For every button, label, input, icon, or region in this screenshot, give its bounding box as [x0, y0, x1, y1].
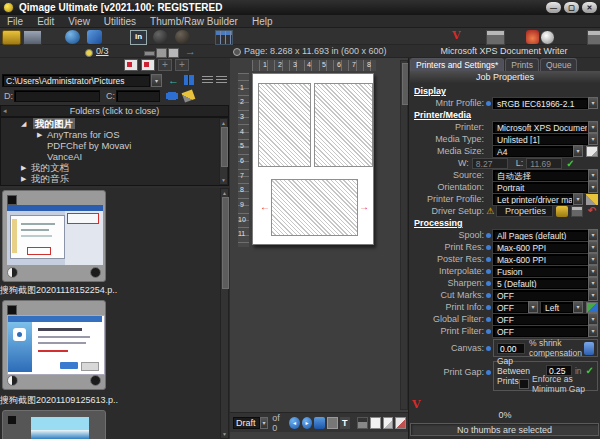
minimize-button[interactable]: —	[546, 2, 561, 13]
collapsed-arrow-icon[interactable]: ▶	[21, 173, 26, 184]
maximize-button[interactable]: ▢	[564, 2, 579, 13]
thumbnail-grid-icon[interactable]	[215, 30, 233, 45]
scroll-down-icon[interactable]: ▼	[221, 431, 228, 437]
filter-dot-icon[interactable]	[85, 49, 93, 57]
tab-queue[interactable]: Queue	[540, 58, 578, 72]
printer-select[interactable]: Microsoft XPS Document Writer	[493, 122, 588, 133]
dropdown-button[interactable]: ▾	[588, 277, 598, 289]
thumb-checkbox[interactable]	[7, 305, 17, 315]
thumb-select-button[interactable]	[90, 267, 101, 278]
print-box-3[interactable]	[271, 179, 358, 236]
media-type-select[interactable]: Unlisted [1]	[493, 134, 588, 145]
thumb-checkbox[interactable]	[7, 195, 17, 205]
share-icon[interactable]	[87, 30, 102, 44]
delete-page-button[interactable]	[395, 417, 406, 429]
canvas-icon[interactable]	[584, 342, 594, 355]
dropdown-button[interactable]: ▾	[573, 301, 583, 313]
scroll-down-icon[interactable]: ▼	[220, 177, 227, 183]
linkedin-icon[interactable]: in	[130, 30, 147, 45]
media-size-select[interactable]: A4	[493, 146, 573, 157]
profile-wrench-icon[interactable]	[586, 194, 598, 205]
expanded-arrow-icon[interactable]: ◢	[21, 118, 26, 129]
prev-page-button[interactable]: ◂	[289, 417, 300, 429]
tab-printers-and-settings[interactable]: Printers and Settings*	[410, 58, 504, 72]
add-1-button[interactable]: +	[158, 59, 172, 71]
dropdown-button[interactable]: ▾	[588, 181, 598, 193]
thumb-rotate-button[interactable]	[7, 375, 18, 386]
info-dot-icon[interactable]	[486, 101, 491, 106]
print-info-position-select[interactable]: Left	[541, 302, 573, 313]
page-list-button[interactable]	[314, 417, 325, 429]
dropdown-button[interactable]: ▾	[588, 265, 598, 277]
thumb-size-large-icon[interactable]	[168, 48, 179, 58]
folders-header[interactable]: ◂ Folders (click to close)	[0, 105, 229, 117]
save-monitor-icon[interactable]	[23, 30, 42, 45]
tree-item-music[interactable]: ▶ 我的音乐	[1, 173, 228, 184]
menu-view[interactable]: View	[61, 16, 97, 27]
c-filter-input[interactable]	[116, 90, 160, 102]
menu-help[interactable]: Help	[245, 16, 280, 27]
dropdown-button[interactable]: ▾	[588, 121, 598, 133]
collapsed-arrow-icon[interactable]: ▶	[21, 162, 26, 173]
dropdown-button[interactable]: ▾	[588, 241, 598, 253]
print-page-button[interactable]	[357, 417, 368, 429]
scrollbar-thumb[interactable]	[221, 127, 228, 167]
tree-item-documents[interactable]: ▶ 我的文档	[1, 162, 228, 173]
enforce-min-gap-checkbox[interactable]	[519, 379, 529, 389]
print-box-1[interactable]	[258, 83, 311, 167]
printer-icon[interactable]	[486, 30, 505, 45]
collapse-icon[interactable]: ◂	[3, 106, 7, 116]
print-res-select[interactable]: Max-600 PPI	[493, 242, 588, 253]
info-dot-icon[interactable]	[486, 346, 491, 351]
info-dot-icon[interactable]	[486, 245, 491, 250]
next-page-button[interactable]: ▸	[302, 417, 313, 429]
tree-item-label[interactable]: 我的文档	[31, 162, 69, 173]
tree-view-icon[interactable]	[216, 76, 227, 85]
print-box-2[interactable]	[314, 83, 373, 167]
mntr-profile-select[interactable]: sRGB IEC61966-2.1	[493, 98, 588, 109]
width-input[interactable]: 8.27	[472, 158, 508, 169]
scroll-up-icon[interactable]: ▲	[221, 190, 228, 196]
info-dot-icon[interactable]	[486, 269, 491, 274]
info-dot-icon[interactable]	[486, 293, 491, 298]
collapsed-arrow-icon[interactable]: ▶	[37, 129, 42, 140]
tree-item-label[interactable]: PDFChef by Movavi	[47, 140, 131, 151]
menu-file[interactable]: File	[0, 16, 30, 27]
custom-size-icon[interactable]	[586, 146, 598, 157]
driver-folder-icon[interactable]	[556, 206, 568, 217]
edit-page-button[interactable]	[383, 417, 394, 429]
quality-dropdown-button[interactable]: ▾	[260, 417, 268, 429]
dropdown-button[interactable]: ▾	[588, 289, 598, 301]
dropdown-button[interactable]: ▾	[573, 145, 583, 157]
interpolate-select[interactable]: Fusion	[493, 266, 588, 277]
camera-icon[interactable]	[65, 30, 80, 44]
add-2-button[interactable]: +	[175, 59, 189, 71]
shrink-compensation-input[interactable]: 0.00	[497, 343, 525, 354]
settings-wrench-icon[interactable]	[182, 89, 196, 102]
driver-printer-icon[interactable]	[571, 206, 583, 217]
global-filter-select[interactable]: OFF	[493, 314, 588, 325]
d-filter-input[interactable]	[14, 90, 100, 102]
info-dot-icon[interactable]	[486, 329, 491, 334]
source-select[interactable]: 自动选择	[493, 170, 588, 181]
printer2-icon[interactable]	[587, 30, 600, 45]
preview-scrollbar[interactable]	[400, 60, 408, 410]
dropdown-button[interactable]: ▾	[588, 313, 598, 325]
sort-list-icon[interactable]	[202, 76, 213, 85]
image-preview-2-icon[interactable]	[141, 59, 155, 71]
driver-properties-button[interactable]: Properties	[496, 205, 553, 217]
thumb-size-small-icon[interactable]	[144, 51, 155, 56]
info-dot-icon[interactable]	[486, 257, 491, 262]
menu-edit[interactable]: Edit	[30, 16, 61, 27]
print-info-image-icon[interactable]	[586, 302, 598, 313]
orientation-select[interactable]: Portrait	[493, 182, 588, 193]
tree-item-label[interactable]: AnyTrans for iOS	[47, 129, 120, 140]
open-folder-icon[interactable]	[2, 30, 21, 45]
menu-utilities[interactable]: Utilities	[97, 16, 143, 27]
hot-folder-icon[interactable]	[526, 30, 539, 44]
tree-item-label[interactable]: 我的音乐	[31, 173, 69, 184]
print-info-select[interactable]: OFF	[493, 302, 528, 313]
sphere2-icon[interactable]	[175, 30, 190, 44]
info-dot-icon[interactable]	[486, 317, 491, 322]
thumb-rotate-button[interactable]	[7, 267, 18, 278]
